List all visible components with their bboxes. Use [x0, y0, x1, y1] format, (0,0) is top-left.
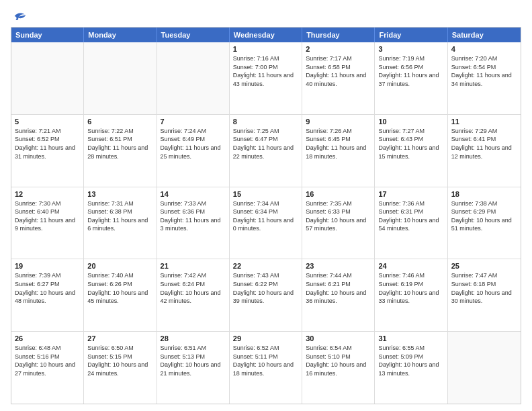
calendar-cell: 5Sunrise: 7:21 AM Sunset: 6:52 PM Daylig… — [11, 115, 84, 187]
header-day-tuesday: Tuesday — [157, 28, 230, 42]
calendar-cell — [11, 42, 84, 114]
day-number: 8 — [233, 118, 298, 126]
calendar-cell: 24Sunrise: 7:46 AM Sunset: 6:19 PM Dayli… — [375, 259, 447, 331]
day-number: 18 — [451, 190, 517, 198]
day-number: 22 — [233, 262, 298, 270]
calendar-cell — [157, 42, 230, 114]
calendar-cell: 7Sunrise: 7:24 AM Sunset: 6:49 PM Daylig… — [157, 115, 230, 187]
calendar-cell: 3Sunrise: 7:19 AM Sunset: 6:56 PM Daylig… — [375, 42, 447, 114]
page: SundayMondayTuesdayWednesdayThursdayFrid… — [0, 0, 532, 411]
day-number: 4 — [451, 45, 517, 53]
day-number: 14 — [161, 190, 226, 198]
day-info: Sunrise: 7:47 AM Sunset: 6:18 PM Dayligh… — [451, 271, 517, 305]
day-number: 31 — [378, 334, 443, 342]
day-info: Sunrise: 7:19 AM Sunset: 6:56 PM Dayligh… — [378, 54, 443, 88]
calendar-cell — [448, 332, 521, 404]
calendar-header: SundayMondayTuesdayWednesdayThursdayFrid… — [11, 28, 521, 42]
day-info: Sunrise: 6:51 AM Sunset: 5:13 PM Dayligh… — [161, 344, 226, 377]
day-info: Sunrise: 7:17 AM Sunset: 6:58 PM Dayligh… — [306, 54, 371, 88]
calendar-row-3: 19Sunrise: 7:39 AM Sunset: 6:27 PM Dayli… — [11, 259, 521, 331]
header — [11, 11, 521, 21]
calendar-row-4: 26Sunrise: 6:48 AM Sunset: 5:16 PM Dayli… — [11, 331, 521, 404]
calendar-cell: 16Sunrise: 7:35 AM Sunset: 6:33 PM Dayli… — [302, 187, 375, 259]
calendar-cell: 30Sunrise: 6:54 AM Sunset: 5:10 PM Dayli… — [302, 332, 375, 404]
day-info: Sunrise: 7:36 AM Sunset: 6:31 PM Dayligh… — [378, 199, 443, 233]
day-info: Sunrise: 7:38 AM Sunset: 6:29 PM Dayligh… — [451, 199, 517, 233]
day-number: 16 — [306, 190, 371, 198]
calendar-row-0: 1Sunrise: 7:16 AM Sunset: 7:00 PM Daylig… — [11, 42, 521, 114]
calendar-cell: 15Sunrise: 7:34 AM Sunset: 6:34 PM Dayli… — [230, 187, 302, 259]
day-number: 27 — [87, 334, 152, 342]
day-info: Sunrise: 7:16 AM Sunset: 7:00 PM Dayligh… — [233, 54, 298, 88]
day-info: Sunrise: 6:52 AM Sunset: 5:11 PM Dayligh… — [233, 344, 298, 377]
calendar-cell: 1Sunrise: 7:16 AM Sunset: 7:00 PM Daylig… — [230, 42, 302, 114]
day-number: 3 — [378, 45, 443, 53]
day-number: 30 — [306, 334, 371, 342]
calendar-cell: 12Sunrise: 7:30 AM Sunset: 6:40 PM Dayli… — [11, 187, 84, 259]
day-info: Sunrise: 7:42 AM Sunset: 6:24 PM Dayligh… — [161, 271, 226, 305]
day-number: 21 — [161, 262, 226, 270]
calendar-cell: 9Sunrise: 7:26 AM Sunset: 6:45 PM Daylig… — [302, 115, 375, 187]
day-info: Sunrise: 7:43 AM Sunset: 6:22 PM Dayligh… — [233, 271, 298, 305]
day-number: 19 — [15, 262, 80, 270]
header-day-saturday: Saturday — [448, 28, 521, 42]
calendar-cell: 29Sunrise: 6:52 AM Sunset: 5:11 PM Dayli… — [230, 332, 302, 404]
day-number: 25 — [451, 262, 517, 270]
day-number: 15 — [233, 190, 298, 198]
calendar-cell: 26Sunrise: 6:48 AM Sunset: 5:16 PM Dayli… — [11, 332, 84, 404]
calendar-row-2: 12Sunrise: 7:30 AM Sunset: 6:40 PM Dayli… — [11, 187, 521, 259]
calendar-cell: 21Sunrise: 7:42 AM Sunset: 6:24 PM Dayli… — [157, 259, 230, 331]
day-number: 17 — [378, 190, 443, 198]
day-info: Sunrise: 6:54 AM Sunset: 5:10 PM Dayligh… — [306, 344, 371, 377]
day-info: Sunrise: 7:29 AM Sunset: 6:41 PM Dayligh… — [451, 127, 517, 161]
day-info: Sunrise: 7:33 AM Sunset: 6:36 PM Dayligh… — [161, 199, 226, 233]
calendar-cell: 19Sunrise: 7:39 AM Sunset: 6:27 PM Dayli… — [11, 259, 84, 331]
day-number: 20 — [87, 262, 152, 270]
calendar-cell: 28Sunrise: 6:51 AM Sunset: 5:13 PM Dayli… — [157, 332, 230, 404]
logo-bird-icon — [13, 11, 27, 21]
calendar-cell: 10Sunrise: 7:27 AM Sunset: 6:43 PM Dayli… — [375, 115, 447, 187]
day-info: Sunrise: 7:24 AM Sunset: 6:49 PM Dayligh… — [161, 127, 226, 161]
calendar-cell: 6Sunrise: 7:22 AM Sunset: 6:51 PM Daylig… — [84, 115, 157, 187]
header-day-thursday: Thursday — [302, 28, 375, 42]
day-info: Sunrise: 7:39 AM Sunset: 6:27 PM Dayligh… — [15, 271, 80, 305]
day-number: 23 — [306, 262, 371, 270]
logo — [11, 11, 28, 21]
calendar: SundayMondayTuesdayWednesdayThursdayFrid… — [11, 27, 521, 404]
header-day-friday: Friday — [375, 28, 447, 42]
calendar-cell: 27Sunrise: 6:50 AM Sunset: 5:15 PM Dayli… — [84, 332, 157, 404]
day-info: Sunrise: 7:30 AM Sunset: 6:40 PM Dayligh… — [15, 199, 80, 233]
calendar-cell: 25Sunrise: 7:47 AM Sunset: 6:18 PM Dayli… — [448, 259, 521, 331]
day-number: 2 — [306, 45, 371, 53]
day-number: 29 — [233, 334, 298, 342]
day-number: 26 — [15, 334, 80, 342]
day-info: Sunrise: 7:35 AM Sunset: 6:33 PM Dayligh… — [306, 199, 371, 233]
calendar-cell: 22Sunrise: 7:43 AM Sunset: 6:22 PM Dayli… — [230, 259, 302, 331]
calendar-row-1: 5Sunrise: 7:21 AM Sunset: 6:52 PM Daylig… — [11, 114, 521, 187]
calendar-cell: 13Sunrise: 7:31 AM Sunset: 6:38 PM Dayli… — [84, 187, 157, 259]
day-number: 7 — [161, 118, 226, 126]
calendar-cell: 4Sunrise: 7:20 AM Sunset: 6:54 PM Daylig… — [448, 42, 521, 114]
calendar-body: 1Sunrise: 7:16 AM Sunset: 7:00 PM Daylig… — [11, 42, 521, 404]
day-info: Sunrise: 7:22 AM Sunset: 6:51 PM Dayligh… — [87, 127, 152, 161]
day-info: Sunrise: 6:48 AM Sunset: 5:16 PM Dayligh… — [15, 344, 80, 377]
day-number: 9 — [306, 118, 371, 126]
calendar-cell: 17Sunrise: 7:36 AM Sunset: 6:31 PM Dayli… — [375, 187, 447, 259]
day-info: Sunrise: 7:25 AM Sunset: 6:47 PM Dayligh… — [233, 127, 298, 161]
day-info: Sunrise: 7:40 AM Sunset: 6:26 PM Dayligh… — [87, 271, 152, 305]
header-day-monday: Monday — [84, 28, 157, 42]
day-number: 12 — [15, 190, 80, 198]
logo-text — [11, 11, 28, 21]
day-info: Sunrise: 6:55 AM Sunset: 5:09 PM Dayligh… — [378, 344, 443, 377]
calendar-cell — [84, 42, 157, 114]
day-info: Sunrise: 7:34 AM Sunset: 6:34 PM Dayligh… — [233, 199, 298, 233]
calendar-cell: 20Sunrise: 7:40 AM Sunset: 6:26 PM Dayli… — [84, 259, 157, 331]
calendar-cell: 31Sunrise: 6:55 AM Sunset: 5:09 PM Dayli… — [375, 332, 447, 404]
calendar-cell: 2Sunrise: 7:17 AM Sunset: 6:58 PM Daylig… — [302, 42, 375, 114]
day-number: 5 — [15, 118, 80, 126]
calendar-cell: 11Sunrise: 7:29 AM Sunset: 6:41 PM Dayli… — [448, 115, 521, 187]
day-info: Sunrise: 7:46 AM Sunset: 6:19 PM Dayligh… — [378, 271, 443, 305]
day-info: Sunrise: 7:44 AM Sunset: 6:21 PM Dayligh… — [306, 271, 371, 305]
day-info: Sunrise: 7:21 AM Sunset: 6:52 PM Dayligh… — [15, 127, 80, 161]
day-info: Sunrise: 7:26 AM Sunset: 6:45 PM Dayligh… — [306, 127, 371, 161]
